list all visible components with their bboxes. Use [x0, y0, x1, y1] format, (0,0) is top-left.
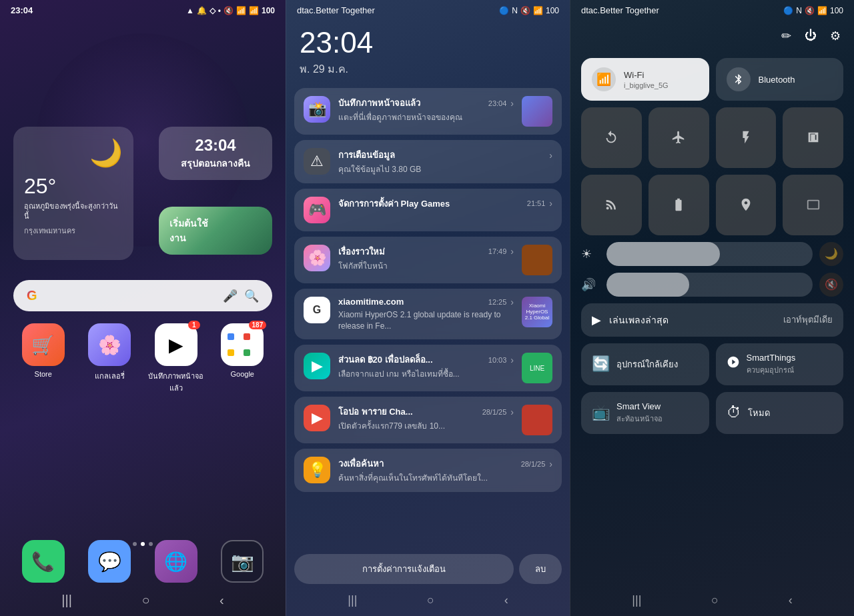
qs-tile-location[interactable] [716, 175, 777, 235]
volume-slider[interactable] [606, 273, 813, 297]
notif-content-playgames: จัดการการตั้งค่า Play Games 21:51 › [338, 197, 552, 211]
mic-icon[interactable]: 🎤 [223, 289, 238, 303]
google-search-bar[interactable]: G 🎤 🔍 [13, 280, 272, 311]
notif-time-screenshot: 23:04 › [488, 98, 514, 109]
qs-tile-wifi[interactable]: 📶 Wi-Fi i_bigglive_5G [581, 58, 709, 101]
notif-circle[interactable]: 💡 วงเพื่อค้นหา 28/1/25 › ค้นหาสิ่งที่คุณ… [294, 449, 562, 492]
notif-icon-news: 🌸 [304, 245, 330, 271]
qs-edit-icon[interactable]: ✏ [781, 29, 791, 43]
start-card[interactable]: เริ่มต้นใช้ งาน [159, 207, 272, 255]
dock-browser[interactable]: 🌐 [146, 540, 206, 583]
notif-xiaomitime[interactable]: G xiaomitime.com 12:25 › Xiaomi HyperOS … [294, 289, 562, 340]
dock-camera[interactable]: 📷 [213, 540, 273, 583]
app-icon-playstore: ▶ 1 [155, 323, 197, 366]
qs-tile-rss[interactable] [581, 175, 642, 235]
google-logo: G [27, 288, 37, 303]
notif-youtube[interactable]: ▶ โอปอ พาราย Cha... 28/1/25 › เปิดตัวครั… [294, 397, 562, 443]
brightness-slider[interactable] [606, 242, 813, 266]
qs-tile-smartview[interactable]: 📺 Smart View สะท้อนหน้าจอ [581, 392, 709, 434]
nav-back-notif[interactable]: ‹ [504, 593, 508, 607]
notifications-panel: dtac.Better Together 🔵N🔇📶100 23:04 พ. 29… [286, 0, 570, 616]
qs-tile-rotation[interactable] [581, 107, 642, 168]
status-time: 23:04 [11, 5, 33, 15]
status-bar-notif: dtac.Better Together 🔵N🔇📶100 [286, 0, 570, 21]
nav-recent-btn[interactable]: ||| [61, 593, 72, 608]
qs-tile-mode[interactable]: ⏱ โหมด [716, 392, 844, 434]
weather-desc: อุณหภูมิของพรุ่งนี้จะสูงกว่าวันนี้ [24, 201, 123, 222]
weather-widget[interactable]: 🌙 25° อุณหภูมิของพรุ่งนี้จะสูงกว่าวันนี้… [13, 127, 133, 260]
nav-back-qs[interactable]: ‹ [789, 593, 793, 607]
nav-back-btn[interactable]: ‹ [220, 593, 224, 608]
nav-home-qs[interactable]: ○ [711, 593, 719, 607]
nav-recent-notif[interactable]: ||| [348, 593, 357, 607]
qs-tile-flashlight[interactable] [716, 107, 777, 168]
smartview-sub: สะท้อนหน้าจอ [616, 413, 663, 425]
home-screen-panel: 23:04 ▲ 🔔 ◇ • 🔇 📶 📶 100 🌙 25° อุณหภูมิขอ… [0, 0, 286, 616]
notif-settings-button[interactable]: การตั้งค่าการแจ้งเตือน [294, 554, 514, 584]
mute-icon[interactable]: 🔇 [819, 273, 843, 297]
media-output[interactable]: เอาท์พุตมีเดีย [783, 313, 833, 327]
notif-screenshot[interactable]: 📸 บันทึกภาพหน้าจอแล้ว 23:04 › แตะที่นี่เ… [294, 88, 562, 135]
smartthings-info: SmartThings ควบคุมอุปกรณ์ [747, 353, 796, 376]
app-item-store[interactable]: 🛒 Store [13, 323, 73, 394]
mode-icon: ⏱ [727, 404, 741, 421]
smartview-info: Smart View สะท้อนหน้าจอ [616, 401, 663, 425]
nearby-icon: 🔄 [592, 355, 610, 373]
notif-icon-warning: ⚠ [304, 148, 330, 175]
lens-icon[interactable]: 🔍 [244, 289, 259, 303]
notif-time-circle: 28/1/25 › [521, 459, 552, 469]
search-icon-group: 🎤 🔍 [223, 289, 259, 303]
dark-mode-icon[interactable]: 🌙 [819, 242, 843, 266]
qs-header: ✏ ⏻ ⚙ [570, 21, 854, 51]
dock-messages[interactable]: 💬 [80, 540, 140, 583]
qs-tile-airplane[interactable] [649, 107, 709, 168]
status-icons-qs: 🔵N🔇📶100 [783, 6, 843, 15]
volume-fill [606, 273, 689, 297]
qs-power-icon[interactable]: ⏻ [805, 29, 817, 43]
notif-title-screenshot: บันทึกภาพหน้าจอแล้ว [338, 96, 420, 110]
carrier-name-qs: dtac.Better Together [581, 5, 659, 15]
app-item-playstore[interactable]: ▶ 1 บันทึกภาพหน้าจอแล้ว [146, 323, 206, 394]
notif-icon-circle: 💡 [304, 457, 330, 483]
qs-tile-smartthings[interactable]: SmartThings ควบคุมอุปกรณ์ [716, 343, 844, 385]
nav-home-btn[interactable]: ○ [141, 593, 149, 608]
qs-tile-extra[interactable] [783, 175, 843, 235]
nav-bar-notif: ||| ○ ‹ [286, 584, 570, 616]
notif-playgames[interactable]: 🎮 จัดการการตั้งค่า Play Games 21:51 › [294, 189, 562, 231]
status-icons-notif: 🔵N🔇📶100 [499, 6, 559, 15]
dock-phone[interactable]: 📞 [13, 540, 73, 583]
nav-recent-qs[interactable]: ||| [632, 593, 641, 607]
nav-home-notif[interactable]: ○ [427, 593, 434, 607]
qs-tile-nearby[interactable]: 🔄 อุปกรณ์ใกล้เคียง [581, 343, 709, 385]
time-card[interactable]: 23:04 สรุปตอนกลางคืน [159, 127, 272, 180]
app-grid: 🛒 Store 🌸 แกลเลอรี่ ▶ 1 บันทึกภาพหน้าจอแ… [13, 323, 272, 394]
notif-time-news: 17:49 › [488, 246, 514, 257]
notif-clear-button[interactable]: ลบ [519, 554, 562, 584]
brightness-icon: ☀ [581, 247, 600, 261]
media-label: เล่นเพลงล่าสุด [609, 313, 775, 327]
wifi-info: Wi-Fi i_bigglive_5G [624, 70, 699, 89]
notif-news[interactable]: 🌸 เรื่องราวใหม่ 17:49 › โฟกัสที่ใบหน้า [294, 237, 562, 283]
carrier-name-notif: dtac.Better Together [297, 5, 375, 15]
notif-discount[interactable]: ▶ ส่วนลด ฿20 เพื่อปลดล็อ... 10:03 › เลือ… [294, 345, 562, 391]
notif-content-warning: การเตือนข้อมูล › คุณใช้ข้อมูลไป 3.80 GB [338, 148, 552, 175]
qs-settings-icon[interactable]: ⚙ [830, 29, 841, 43]
qs-tile-bluetooth[interactable]: Bluetooth [716, 58, 844, 101]
app-label-gallery: แกลเลอรี่ [95, 370, 125, 382]
app-item-gallery[interactable]: 🌸 แกลเลอรี่ [80, 323, 140, 394]
app-icon-phone: 📞 [22, 540, 65, 583]
nearby-info: อุปกรณ์ใกล้เคียง [616, 357, 678, 371]
qs-small-tiles [570, 107, 854, 168]
qs-tile-battery[interactable] [649, 175, 709, 235]
brightness-fill [606, 242, 720, 266]
nearby-name: อุปกรณ์ใกล้เคียง [616, 357, 678, 371]
qs-tile-nfc[interactable] [783, 107, 843, 168]
notif-content-youtube: โอปอ พาราย Cha... 28/1/25 › เปิดตัวครั้ง… [338, 405, 514, 432]
notif-icon-youtube: ▶ [304, 405, 330, 431]
notif-body-news: โฟกัสที่ใบหน้า [338, 261, 514, 272]
notif-icon-playgames: 🎮 [304, 197, 330, 223]
app-icon-browser: 🌐 [155, 540, 197, 583]
qs-media-card[interactable]: ▶ เล่นเพลงล่าสุด เอาท์พุตมีเดีย [581, 303, 843, 337]
notif-data-warning[interactable]: ⚠ การเตือนข้อมูล › คุณใช้ข้อมูลไป 3.80 G… [294, 140, 562, 183]
app-item-google[interactable]: 187 Google [213, 323, 273, 394]
